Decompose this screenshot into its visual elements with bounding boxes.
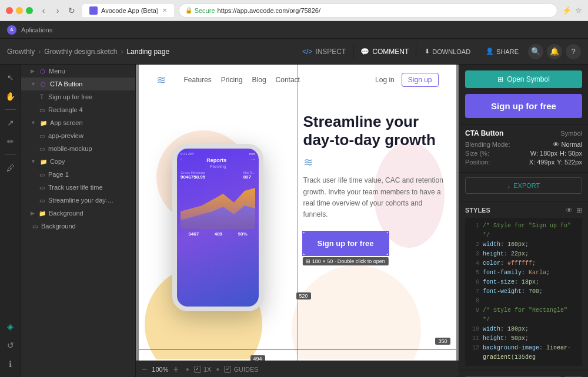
share-button[interactable]: 👤 SHARE [480,45,524,58]
sidebar-item-bgfolder[interactable]: ▶ 📁 Background [21,207,135,220]
cursor-tool[interactable]: ↖ [2,69,19,86]
apps-label[interactable]: Aplications [21,26,52,33]
line-num-11: 11 [470,334,479,344]
guides-option[interactable]: ✓ GUIDES [224,366,258,373]
code-content-3: height: 22px; [483,250,529,259]
main-layout: ↖ ✋ ↗ ✏ 🖊 ◈ ↺ ℹ ▶ ⬡ Menu ▼ ⬡ CTA Button … [0,65,588,377]
breadcrumb-item-3[interactable]: Landing page [126,48,169,56]
pencil-tool[interactable]: ✏ [2,133,19,150]
phone-subtitle: Planning [181,164,255,169]
inspect-button[interactable]: </> INSPECT [295,44,353,59]
toolbar-actions: </> INSPECT 💬 COMMENT [295,44,416,59]
browser-chrome: ‹ › ↻ Avocode App (Beta) ✕ 🔒 Secure http… [0,0,588,21]
signup-preview-btn[interactable]: Sign up for free [465,94,582,118]
minimize-dot[interactable] [16,7,23,14]
nav-signup-btn[interactable]: Sign up [402,73,439,87]
sidebar-item-copy[interactable]: ▼ 📁 Copy [21,155,135,168]
pen-tool[interactable]: 🖊 [2,160,19,176]
user-menu-button[interactable]: ? [566,44,581,59]
phone-section: 9:41 AM ●●● ‹ Reports ⋯ Planning [139,95,298,359]
sidebar-item-page1[interactable]: ▭ Page 1 [21,168,135,181]
close-dot[interactable] [6,7,13,14]
browser-tab[interactable]: Avocode App (Beta) ✕ [82,4,174,17]
reload-button[interactable]: ↻ [66,5,78,16]
back-button[interactable]: ‹ [38,5,49,16]
phone-stat-2: Net R... 897 [243,171,255,180]
canvas-bottom-bar: − 100% + ● ✓ 1X ● ✓ GUIDES [136,361,459,377]
sidebar-label-appscreen: App screen [50,119,83,126]
sidebar-item-cta-button[interactable]: ▼ ⬡ CTA Button [21,78,135,90]
nav-link-contact[interactable]: Contact [276,76,300,84]
browser-toolbar-icons: ⚡ ☆ [562,6,582,15]
forward-button[interactable]: › [52,5,64,16]
nav-link-blog[interactable]: Blog [252,76,266,84]
sidebar-item-rect4[interactable]: ▭ Rectangle 4 [21,103,135,116]
line-num-2: 2 [470,240,479,250]
blending-value-display: 👁 Normal [553,141,582,148]
history-tool[interactable]: ↺ [2,337,19,354]
comment-button[interactable]: 💬 COMMENT [353,44,416,59]
zoom-out-button[interactable]: − [142,364,147,375]
line-num-8: 8 [470,297,479,306]
search-button[interactable]: 🔍 [528,44,543,59]
hero-desc: Track user life time value, CAC and rete… [303,175,445,220]
breadcrumb-item-1[interactable]: Growthly [7,48,35,56]
cta-button[interactable]: Sign up for free [303,232,388,255]
select-tool[interactable]: ↗ [2,115,19,131]
maximize-dot[interactable] [26,7,33,14]
tool-separator-1 [5,109,16,110]
more-style-icon[interactable]: ⊞ [576,206,582,214]
export-button[interactable]: ↓ EXPORT [465,177,582,194]
sidebar-item-bg[interactable]: ▭ Background [21,220,135,233]
caret-icon: ▶ [31,68,35,74]
sidebar-label-trackuser: Track user life time [48,184,103,191]
open-symbol-label: Open Symbol [507,75,550,83]
item-icon-1: ▭ [38,132,46,140]
component-icon: ⬡ [38,67,46,75]
sidebar-item-trackuser[interactable]: ▭ Track user life time [21,181,135,194]
hero-section: 9:41 AM ●●● ‹ Reports ⋯ Planning [139,95,456,359]
extensions-icon[interactable]: ⚡ [562,6,572,15]
sidebar-item-menu[interactable]: ▶ ⬡ Menu [21,65,135,78]
bookmark-icon[interactable]: ☆ [575,6,582,15]
notifications-button[interactable]: 🔔 [547,44,562,59]
bottom-tools: ◈ ↺ ℹ [2,318,19,377]
sidebar-item-mobilemockup[interactable]: ▭ mobile-mockup [21,142,135,155]
phone-screen: 9:41 AM ●●● ‹ Reports ⋯ Planning [177,149,259,307]
breadcrumb-sep-1: › [38,48,41,56]
sidebar-label-mobilemockup: mobile-mockup [48,145,92,152]
item-icon-6: ▭ [31,222,39,230]
text-icon: T [38,93,46,101]
address-bar[interactable]: 🔒 Secure https://app.avocode.com/org/758… [179,4,557,18]
sidebar-item-streamline[interactable]: ▭ Streamline your day-... [21,194,135,207]
sidebar-label-rect: Rectangle 4 [48,106,83,113]
info-tool[interactable]: ℹ [2,356,19,372]
badge-520-text: 520 [299,293,308,299]
nav-link-features[interactable]: Features [184,76,212,84]
zoom-level: 100% [152,366,168,373]
item-icon-4: ▭ [38,183,46,191]
tab-close-button[interactable]: ✕ [162,7,167,14]
download-button[interactable]: ⬇ DOWNLOAD [419,45,476,58]
nav-link-pricing[interactable]: Pricing [221,76,243,84]
sidebar-label-apppreview: app-preview [48,132,83,139]
hand-tool[interactable]: ✋ [2,88,19,105]
sidebar-item-signup[interactable]: T Sign up for free [21,90,135,103]
folder-icon-3: 📁 [38,209,46,217]
1x-option[interactable]: ✓ 1X [194,366,211,373]
sidebar-item-appscreen[interactable]: ▼ 📁 App screen [21,116,135,129]
eye-style-icon[interactable]: 👁 [566,206,573,214]
comment-label: COMMENT [372,48,409,56]
stat2-label: Net R... [243,171,255,174]
code-content-11: height: 50px; [483,334,529,344]
nav-login[interactable]: Log in [375,76,395,84]
sidebar-item-apppreview[interactable]: ▭ app-preview [21,129,135,142]
layers-tool[interactable]: ◈ [2,318,19,335]
zoom-in-button[interactable]: + [173,364,178,375]
open-symbol-button[interactable]: ⊞ Open Symbol [465,70,582,88]
code-line-5: 5 font-family: Karla; [470,268,577,278]
line-num-6: 6 [470,278,479,287]
breadcrumb-item-2[interactable]: Growthly design.sketch [44,48,117,56]
webpage-container: ≋ Features Pricing Blog Contact Log in S… [139,65,456,361]
cta-label: Sign up for free [318,239,374,248]
